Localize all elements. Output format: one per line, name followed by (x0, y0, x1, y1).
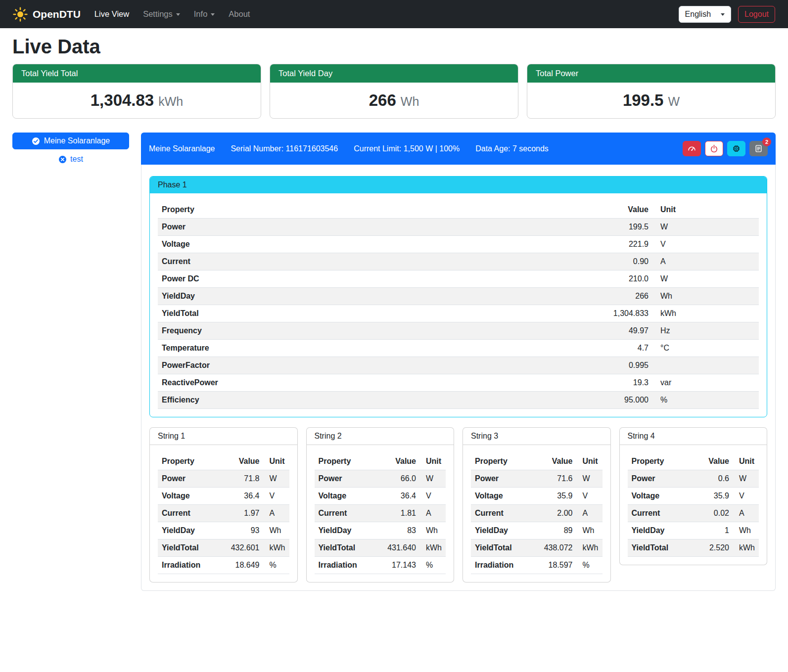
table-row: Current0.90A (158, 253, 759, 270)
unit-cell: var (652, 374, 759, 392)
column-header-property: Property (158, 453, 227, 470)
property-cell: Efficiency (158, 392, 593, 409)
unit-cell: % (577, 557, 603, 574)
value-cell: 36.4 (227, 488, 264, 505)
value-cell: 1,304.833 (593, 305, 652, 322)
unit-cell: kWh (420, 539, 446, 557)
table-header-row: Property Value Unit (315, 453, 446, 470)
value-cell: 18.649 (227, 557, 264, 574)
inverter-sidebar: Meine Solaranlage test (12, 133, 129, 164)
nav-item-live-view[interactable]: Live View (94, 9, 129, 19)
property-cell: YieldTotal (628, 539, 698, 557)
string-card-title: String 4 (620, 428, 767, 445)
logout-button[interactable]: Logout (738, 6, 775, 23)
chevron-down-icon (721, 13, 725, 16)
string-card-title: String 2 (307, 428, 454, 445)
unit-cell: Wh (733, 522, 759, 539)
property-cell: YieldTotal (158, 305, 593, 322)
power-icon (710, 144, 718, 153)
string-table-body: Power66.0WVoltage36.4VCurrent1.81AYieldD… (315, 470, 446, 574)
property-cell: Voltage (315, 488, 384, 505)
unit-cell: Wh (577, 522, 603, 539)
nav-item-about[interactable]: About (229, 9, 250, 19)
value-cell: 2.00 (540, 505, 577, 522)
chevron-down-icon (176, 13, 180, 16)
table-row: YieldTotal1,304.833kWh (158, 305, 759, 322)
strings-row: String 1 Property Value Unit (149, 427, 767, 582)
sidebar-item-test[interactable]: test (12, 155, 129, 164)
value-cell: 66.0 (383, 470, 420, 488)
limit-settings-button[interactable] (683, 141, 701, 156)
property-cell: Current (315, 505, 384, 522)
unit-cell: W (733, 470, 759, 488)
events-button[interactable]: 2 (749, 141, 768, 156)
property-cell: Current (158, 505, 227, 522)
unit-cell: A (420, 505, 446, 522)
table-row: Power0.6W (628, 470, 759, 488)
column-header-unit: Unit (733, 453, 759, 470)
value-cell: 199.5 (593, 219, 652, 236)
column-header-unit: Unit (652, 201, 759, 219)
table-row: PowerFactor0.995 (158, 357, 759, 374)
value-cell: 36.4 (383, 488, 420, 505)
value-cell: 83 (383, 522, 420, 539)
column-header-value: Value (383, 453, 420, 470)
phase-card-title: Phase 1 (150, 177, 767, 193)
unit-cell: W (264, 470, 289, 488)
string-table: Property Value Unit Power71.6WVoltage35.… (471, 453, 603, 574)
inverter-panel: Meine Solaranlage Serial Number: 1161716… (141, 133, 776, 591)
property-cell: Power (158, 470, 227, 488)
unit-cell: A (733, 505, 759, 522)
unit-cell: % (264, 557, 289, 574)
unit-cell: V (652, 236, 759, 253)
page-title: Live Data (12, 36, 776, 58)
value-cell: 432.601 (227, 539, 264, 557)
string-table-body: Power0.6WVoltage35.9VCurrent0.02AYieldDa… (628, 470, 759, 557)
value-cell: 35.9 (540, 488, 577, 505)
table-row: YieldDay266Wh (158, 288, 759, 305)
string-table-head: Property Value Unit (628, 453, 759, 470)
unit-cell: kWh (264, 539, 289, 557)
unit-cell: % (652, 392, 759, 409)
nav-item-settings[interactable]: Settings (143, 9, 180, 19)
brand-logo[interactable]: OpenDTU (13, 7, 81, 22)
unit-cell: A (264, 505, 289, 522)
summary-card-title: Total Yield Day (270, 64, 518, 83)
table-header-row: Property Value Unit (158, 453, 289, 470)
table-row: Temperature4.7°C (158, 340, 759, 357)
summary-card-total-yield-day: Total Yield Day 266Wh (270, 64, 518, 119)
unit-cell: kWh (652, 305, 759, 322)
summary-card-body: 199.5W (527, 83, 775, 118)
unit-cell: A (652, 253, 759, 270)
summary-card-title: Total Power (527, 64, 775, 83)
inverter-actions: 2 (683, 141, 768, 156)
value-cell: 0.995 (593, 357, 652, 374)
check-circle-icon (32, 137, 40, 145)
value-cell: 89 (540, 522, 577, 539)
unit-cell: V (264, 488, 289, 505)
unit-cell: Hz (652, 322, 759, 340)
language-select[interactable]: English (679, 6, 731, 23)
summary-card-title: Total Yield Total (13, 64, 261, 83)
string-card-body: Property Value Unit Power71.8WVoltage36.… (150, 445, 297, 582)
summary-card-body: 266Wh (270, 83, 518, 118)
sidebar-item-label: Meine Solaranlage (44, 136, 110, 145)
device-info-button[interactable] (727, 141, 745, 156)
property-cell: YieldDay (315, 522, 384, 539)
column-header-value: Value (227, 453, 264, 470)
property-cell: YieldDay (158, 522, 227, 539)
table-row: YieldTotal438.072kWh (471, 539, 603, 557)
table-row: Current1.81A (315, 505, 446, 522)
column-header-property: Property (315, 453, 384, 470)
power-control-button[interactable] (705, 141, 723, 156)
table-row: YieldDay83Wh (315, 522, 446, 539)
table-row: Irradiation18.597% (471, 557, 603, 574)
summary-card-total-power: Total Power 199.5W (527, 64, 776, 119)
page-container: Live Data Total Yield Total 1,304.83kWh … (0, 36, 788, 606)
sidebar-item-meine-solaranlage[interactable]: Meine Solaranlage (12, 133, 129, 149)
inverter-panel-header: Meine Solaranlage Serial Number: 1161716… (141, 133, 776, 165)
property-cell: Current (628, 505, 698, 522)
nav-item-info[interactable]: Info (194, 9, 215, 19)
value-cell: 4.7 (593, 340, 652, 357)
string-table-head: Property Value Unit (158, 453, 289, 470)
